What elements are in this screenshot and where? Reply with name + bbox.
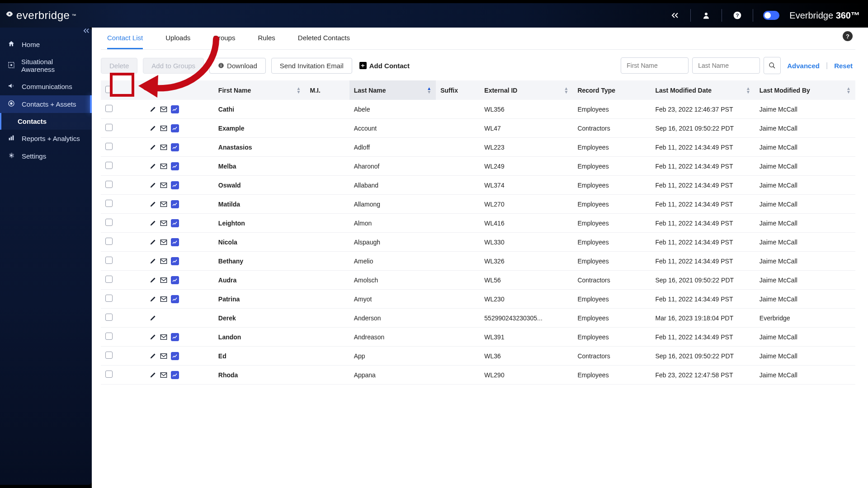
edit-icon[interactable]: [149, 296, 156, 303]
edit-icon[interactable]: [149, 239, 156, 246]
contact-badge-icon[interactable]: [171, 200, 179, 208]
mail-icon[interactable]: [160, 125, 167, 132]
mail-icon[interactable]: [160, 201, 167, 208]
contact-badge-icon[interactable]: [171, 371, 179, 379]
cell-first-name[interactable]: Ed: [214, 347, 306, 366]
edit-icon[interactable]: [149, 144, 156, 151]
contact-badge-icon[interactable]: [171, 276, 179, 284]
sidebar-collapse[interactable]: [80, 25, 92, 37]
row-checkbox[interactable]: [105, 181, 113, 188]
send-invitation-button[interactable]: Send Invitation Email: [271, 58, 352, 74]
row-checkbox[interactable]: [105, 333, 113, 340]
cell-first-name[interactable]: Landon: [214, 328, 306, 347]
col-mi[interactable]: M.I.: [305, 80, 349, 100]
mail-icon[interactable]: [160, 277, 167, 284]
cell-first-name[interactable]: Cathi: [214, 100, 306, 119]
last-name-input[interactable]: [692, 57, 760, 74]
row-checkbox[interactable]: [105, 276, 113, 283]
contact-badge-icon[interactable]: [171, 238, 179, 246]
mail-icon[interactable]: [160, 296, 167, 303]
sidebar-item-reports-analytics[interactable]: Reports + Analytics: [0, 130, 92, 147]
help-icon[interactable]: ?: [732, 10, 743, 21]
delete-button[interactable]: Delete: [101, 58, 137, 74]
mail-icon[interactable]: [160, 352, 167, 360]
contact-badge-icon[interactable]: [171, 124, 179, 132]
sidebar-item-communications[interactable]: Communications: [0, 78, 92, 95]
edit-icon[interactable]: [149, 277, 156, 284]
mail-icon[interactable]: [160, 144, 167, 151]
contact-badge-icon[interactable]: [171, 105, 179, 113]
select-all-checkbox[interactable]: [105, 86, 113, 93]
edit-icon[interactable]: [149, 163, 156, 170]
tab-groups[interactable]: Groups: [213, 34, 235, 49]
mail-icon[interactable]: [160, 106, 167, 113]
edit-icon[interactable]: [149, 125, 156, 132]
first-name-input[interactable]: [621, 57, 689, 74]
tab-deleted-contacts[interactable]: Deleted Contacts: [298, 34, 350, 49]
contact-badge-icon[interactable]: [171, 257, 179, 265]
cell-first-name[interactable]: Nicola: [214, 233, 306, 252]
row-checkbox[interactable]: [105, 143, 113, 150]
row-checkbox[interactable]: [105, 352, 113, 359]
contact-badge-icon[interactable]: [171, 333, 179, 341]
sidebar-item-settings[interactable]: Settings: [0, 147, 92, 165]
sidebar-item-home[interactable]: Home: [0, 36, 92, 53]
advanced-link[interactable]: Advanced: [784, 62, 822, 70]
row-checkbox[interactable]: [105, 200, 113, 207]
edit-icon[interactable]: [149, 371, 156, 379]
row-checkbox[interactable]: [105, 105, 113, 112]
edit-icon[interactable]: [149, 182, 156, 189]
edit-icon[interactable]: [149, 258, 156, 265]
cell-first-name[interactable]: Audra: [214, 271, 306, 290]
mail-icon[interactable]: [160, 371, 167, 379]
contact-badge-icon[interactable]: [171, 219, 179, 227]
mail-icon[interactable]: [160, 163, 167, 170]
edit-icon[interactable]: [149, 352, 156, 360]
edit-icon[interactable]: [149, 333, 156, 341]
reset-link[interactable]: Reset: [831, 62, 855, 70]
contact-badge-icon[interactable]: [171, 162, 179, 170]
row-checkbox[interactable]: [105, 238, 113, 245]
cell-first-name[interactable]: Oswald: [214, 176, 306, 195]
contact-badge-icon[interactable]: [171, 352, 179, 360]
sidebar-item-contacts-assets[interactable]: Contacts + Assets: [0, 95, 92, 113]
cell-first-name[interactable]: Melba: [214, 157, 306, 176]
edit-icon[interactable]: [149, 106, 156, 113]
edit-icon[interactable]: [149, 314, 156, 322]
collapse-icon[interactable]: [670, 10, 680, 21]
row-checkbox[interactable]: [105, 371, 113, 378]
cell-first-name[interactable]: Derek: [214, 309, 306, 328]
row-checkbox[interactable]: [105, 314, 113, 321]
row-checkbox[interactable]: [105, 295, 113, 302]
sidebar-sub-contacts[interactable]: Contacts: [0, 113, 92, 130]
cell-first-name[interactable]: Example: [214, 119, 306, 138]
add-contact-button[interactable]: ＋ Add Contact: [358, 58, 418, 73]
mail-icon[interactable]: [160, 182, 167, 189]
row-checkbox[interactable]: [105, 162, 113, 169]
mail-icon[interactable]: [160, 220, 167, 227]
col-modified-date[interactable]: Last Modified Date▲▼: [651, 80, 755, 100]
contact-badge-icon[interactable]: [171, 295, 179, 303]
page-help-icon[interactable]: ?: [843, 31, 853, 41]
add-to-groups-button[interactable]: Add to Groups: [143, 58, 204, 74]
user-icon[interactable]: [701, 10, 712, 21]
edit-icon[interactable]: [149, 220, 156, 227]
tab-contact-list[interactable]: Contact List: [107, 34, 143, 49]
col-first-name[interactable]: First Name▲▼: [214, 80, 306, 100]
tab-uploads[interactable]: Uploads: [165, 34, 190, 49]
mail-icon[interactable]: [160, 258, 167, 265]
cell-first-name[interactable]: Leighton: [214, 214, 306, 233]
row-checkbox[interactable]: [105, 219, 113, 226]
cell-first-name[interactable]: Matilda: [214, 195, 306, 214]
col-last-name[interactable]: Last Name▲▼: [349, 80, 436, 100]
mail-icon[interactable]: [160, 333, 167, 341]
tab-rules[interactable]: Rules: [258, 34, 275, 49]
search-button[interactable]: [764, 57, 781, 74]
contact-badge-icon[interactable]: [171, 143, 179, 151]
row-checkbox[interactable]: [105, 124, 113, 131]
col-suffix[interactable]: Suffix: [436, 80, 480, 100]
cell-first-name[interactable]: Rhoda: [214, 366, 306, 385]
col-record-type[interactable]: Record Type: [573, 80, 651, 100]
cell-first-name[interactable]: Patrina: [214, 290, 306, 309]
row-checkbox[interactable]: [105, 257, 113, 264]
